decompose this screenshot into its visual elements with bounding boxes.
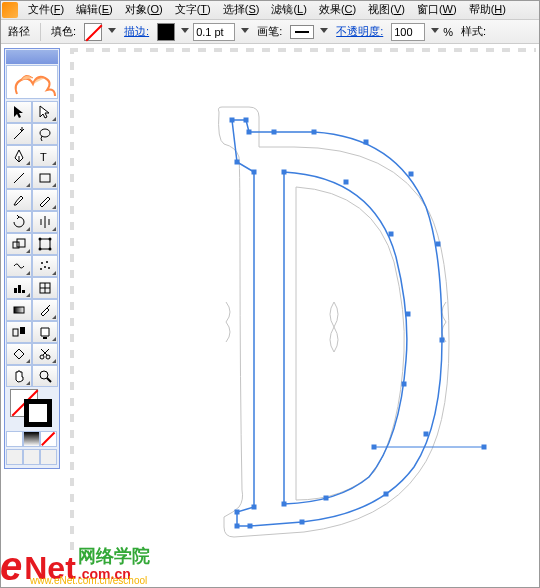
stroke-swatch[interactable]: [157, 23, 175, 41]
direct-selection-tool[interactable]: [32, 101, 58, 123]
svg-rect-39: [424, 432, 428, 436]
pen-tool[interactable]: [6, 145, 32, 167]
fill-stroke-control[interactable]: [6, 389, 58, 429]
gradient-mode-btn[interactable]: [23, 431, 40, 447]
artwork-area[interactable]: [74, 52, 536, 550]
brush-preview[interactable]: [290, 25, 314, 39]
svg-rect-35: [364, 140, 368, 144]
menu-bar: 文件(F) 编辑(E) 对象(O) 文字(T) 选择(S) 滤镜(L) 效果(C…: [0, 0, 540, 20]
toolbox-header[interactable]: [6, 50, 58, 64]
document-canvas[interactable]: [70, 48, 536, 550]
svg-text:T: T: [40, 151, 47, 163]
gradient-tool[interactable]: [6, 299, 32, 321]
svg-rect-46: [252, 170, 256, 174]
warp-tool[interactable]: [6, 255, 32, 277]
svg-rect-24: [20, 327, 25, 334]
opacity-suffix: %: [443, 26, 453, 38]
zoom-tool[interactable]: [32, 365, 58, 387]
stroke-label[interactable]: 描边:: [120, 24, 153, 39]
reflect-tool[interactable]: [32, 211, 58, 233]
svg-rect-3: [40, 174, 50, 182]
svg-point-7: [39, 238, 42, 241]
screen-normal[interactable]: [6, 449, 23, 465]
weight-dropdown-icon[interactable]: [241, 28, 249, 36]
mode-label: 路径: [4, 24, 34, 39]
separator: [40, 23, 41, 41]
menu-type[interactable]: 文字(T): [169, 0, 217, 19]
menu-select[interactable]: 选择(S): [217, 0, 266, 19]
svg-line-28: [47, 378, 51, 382]
fill-swatch[interactable]: [84, 23, 102, 41]
rotate-tool[interactable]: [6, 211, 32, 233]
svg-rect-18: [22, 290, 25, 293]
line-tool[interactable]: [6, 167, 32, 189]
opacity-dropdown-icon[interactable]: [431, 28, 439, 36]
wm-cn: 网络学院: [78, 546, 150, 566]
svg-point-0: [40, 129, 50, 137]
opacity-field[interactable]: [394, 26, 422, 38]
lasso-tool[interactable]: [32, 123, 58, 145]
fill-label: 填色:: [47, 24, 80, 39]
none-mode-btn[interactable]: [40, 431, 57, 447]
rectangle-tool[interactable]: [32, 167, 58, 189]
svg-rect-42: [248, 524, 252, 528]
stroke-dropdown-icon[interactable]: [181, 28, 189, 36]
menu-filter[interactable]: 滤镜(L): [265, 0, 312, 19]
opacity-label[interactable]: 不透明度:: [332, 24, 387, 39]
wm-url: www.eNet.com.cn/eschool: [30, 575, 147, 586]
selection-tool[interactable]: [6, 101, 32, 123]
svg-rect-51: [406, 312, 410, 316]
welcome-flower-icon: [6, 65, 58, 99]
svg-rect-43: [235, 524, 239, 528]
opacity-input[interactable]: [391, 23, 425, 41]
svg-point-14: [48, 267, 50, 269]
slice-tool[interactable]: [6, 343, 32, 365]
menu-effect[interactable]: 效果(C): [313, 0, 362, 19]
svg-rect-55: [324, 496, 328, 500]
brush-dropdown-icon[interactable]: [320, 28, 328, 36]
menu-help[interactable]: 帮助(H): [463, 0, 512, 19]
svg-point-11: [41, 262, 43, 264]
scissors-tool[interactable]: [32, 343, 58, 365]
color-mode-btn[interactable]: [6, 431, 23, 447]
svg-rect-6: [40, 239, 50, 249]
eyedropper-tool[interactable]: [32, 299, 58, 321]
svg-rect-48: [282, 170, 286, 174]
mesh-tool[interactable]: [32, 277, 58, 299]
watermark: e Net 网络学院 .com.cn www.eNet.com.cn/escho…: [0, 546, 150, 582]
blend-tool[interactable]: [6, 321, 32, 343]
pencil-tool[interactable]: [32, 189, 58, 211]
svg-rect-31: [244, 118, 248, 122]
menu-view[interactable]: 视图(V): [362, 0, 411, 19]
hand-tool[interactable]: [6, 365, 32, 387]
svg-rect-45: [252, 505, 256, 509]
svg-rect-44: [235, 510, 239, 514]
screen-full-menubar[interactable]: [23, 449, 40, 465]
paintbrush-tool[interactable]: [6, 189, 32, 211]
screen-full[interactable]: [40, 449, 57, 465]
type-tool[interactable]: T: [32, 145, 58, 167]
stroke-indicator[interactable]: [24, 399, 52, 427]
svg-rect-23: [13, 329, 18, 336]
menu-edit[interactable]: 编辑(E): [70, 0, 119, 19]
svg-rect-17: [18, 285, 21, 293]
stroke-weight-input[interactable]: [193, 23, 235, 41]
svg-rect-33: [272, 130, 276, 134]
fill-dropdown-icon[interactable]: [108, 28, 116, 36]
color-modes: [6, 431, 58, 447]
scale-tool[interactable]: [6, 233, 32, 255]
menu-file[interactable]: 文件(F): [22, 0, 70, 19]
symbol-sprayer-tool[interactable]: [32, 255, 58, 277]
magic-wand-tool[interactable]: [6, 123, 32, 145]
graph-tool[interactable]: [6, 277, 32, 299]
free-transform-tool[interactable]: [32, 233, 58, 255]
svg-line-2: [14, 173, 24, 183]
svg-rect-30: [230, 118, 234, 122]
svg-point-15: [40, 268, 42, 270]
svg-rect-37: [436, 242, 440, 246]
menu-object[interactable]: 对象(O): [119, 0, 169, 19]
stroke-weight-field[interactable]: [196, 26, 224, 38]
svg-rect-41: [300, 520, 304, 524]
live-paint-tool[interactable]: [32, 321, 58, 343]
menu-window[interactable]: 窗口(W): [411, 0, 463, 19]
